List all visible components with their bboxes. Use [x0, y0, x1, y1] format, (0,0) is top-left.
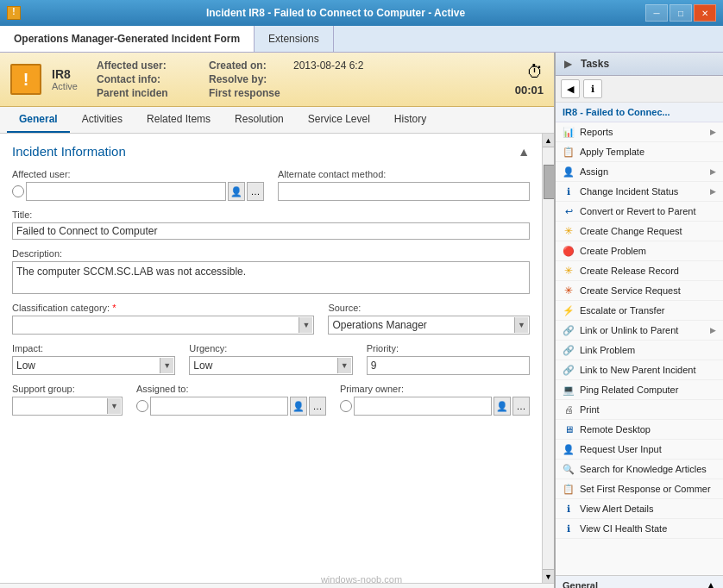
affected-user-label: Affected user: [97, 59, 174, 72]
tasks-expand-icon[interactable]: ▶ [564, 58, 572, 70]
maximize-button[interactable]: □ [670, 4, 692, 22]
title-label: Title: [12, 210, 530, 220]
section-title: Incident Information [12, 144, 126, 159]
affected-user-radio[interactable] [12, 185, 24, 197]
task-apply-template[interactable]: 📋 Apply Template [556, 142, 723, 162]
task-change-incident-status[interactable]: ℹ Change Incident Status ▶ [556, 182, 723, 202]
task-convert-revert-label: Convert or Revert to Parent [580, 206, 716, 216]
urgency-select[interactable]: Low [189, 356, 352, 375]
task-convert-revert[interactable]: ↩ Convert or Revert to Parent [556, 202, 723, 222]
incident-header: ! IR8 Active Affected user: Contact info… [0, 53, 554, 107]
created-on-label: Created on: [209, 59, 286, 72]
task-set-first-response[interactable]: 📋 Set First Response or Commer [556, 479, 723, 499]
incident-id-block: IR8 Active [52, 67, 78, 91]
close-button[interactable]: ✕ [694, 4, 716, 22]
task-change-status-label: Change Incident Status [580, 186, 705, 197]
tab-general[interactable]: General [7, 107, 70, 133]
assigned-to-radio[interactable] [136, 400, 148, 412]
tasks-toolbar-nav-button[interactable]: ◀ [561, 79, 580, 98]
tasks-toolbar-info-button[interactable]: ℹ [583, 79, 602, 98]
assigned-to-lookup-button[interactable]: 👤 [290, 397, 307, 416]
assign-icon: 👤 [563, 166, 575, 178]
create-release-record-icon: ✳ [563, 265, 575, 277]
minimize-button[interactable]: ─ [645, 4, 668, 22]
primary-owner-browse-button[interactable]: … [512, 397, 530, 416]
tasks-toolbar: ◀ ℹ [556, 76, 723, 103]
primary-owner-input-row: 👤 … [340, 397, 530, 416]
task-link-new-parent[interactable]: 🔗 Link to New Parent Incident [556, 360, 723, 380]
form-scrollbar[interactable]: ▲ ▼ [542, 134, 554, 583]
task-print-label: Print [580, 404, 716, 415]
section-collapse-button[interactable]: ▲ [518, 145, 530, 159]
task-request-user-input[interactable]: 👤 Request User Input [556, 440, 723, 460]
affected-user-input-row: 👤 … [12, 182, 264, 201]
convert-revert-icon: ↩ [563, 205, 575, 217]
task-reports-label: Reports [580, 127, 705, 137]
task-apply-template-label: Apply Template [580, 147, 716, 157]
affected-user-browse-button[interactable]: … [247, 182, 264, 201]
task-link-problem[interactable]: 🔗 Link Problem [556, 341, 723, 360]
scroll-thumb[interactable] [544, 165, 554, 199]
tasks-general-section: General ▲ 🔄 Refresh [556, 575, 723, 588]
task-view-ci-health-label: View CI Health State [580, 523, 716, 534]
primary-owner-label: Primary owner: [340, 384, 530, 394]
support-group-select[interactable] [12, 397, 123, 416]
task-remote-desktop[interactable]: 🖥 Remote Desktop [556, 420, 723, 440]
scroll-up-button[interactable]: ▲ [543, 134, 554, 147]
task-view-ci-health[interactable]: ℹ View CI Health State [556, 519, 723, 539]
tasks-general-header[interactable]: General ▲ [556, 576, 723, 588]
form-content: Incident Information ▲ Affected user: 👤 … [0, 134, 542, 583]
alternate-contact-input[interactable] [278, 182, 530, 201]
tab-resolution[interactable]: Resolution [223, 107, 296, 133]
impact-select[interactable]: Low [12, 356, 175, 375]
tab-service-level[interactable]: Service Level [296, 107, 382, 133]
task-escalate-transfer[interactable]: ⚡ Escalate or Transfer [556, 301, 723, 321]
task-reports[interactable]: 📊 Reports ▶ [556, 122, 723, 142]
task-create-service-request-label: Create Service Request [580, 285, 716, 296]
task-escalate-transfer-label: Escalate or Transfer [580, 305, 716, 316]
scroll-down-button[interactable]: ▼ [543, 569, 554, 583]
primary-owner-lookup-button[interactable]: 👤 [494, 397, 511, 416]
affected-user-group: Affected user: 👤 … [12, 169, 264, 201]
resolve-by-label: Resolve by: [209, 73, 286, 85]
create-change-request-icon: ✳ [563, 225, 575, 237]
affected-user-lookup-button[interactable]: 👤 [228, 182, 245, 201]
title-bar-icon: ! [7, 6, 26, 20]
window-controls: ─ □ ✕ [645, 4, 716, 22]
task-create-release-record[interactable]: ✳ Create Release Record [556, 261, 723, 281]
classification-select[interactable] [12, 316, 314, 335]
title-input[interactable] [12, 222, 530, 240]
task-create-problem[interactable]: 🔴 Create Problem [556, 241, 723, 261]
view-ci-health-icon: ℹ [563, 522, 575, 535]
task-create-problem-label: Create Problem [580, 246, 716, 256]
tab-activities[interactable]: Activities [70, 107, 135, 133]
task-search-knowledge[interactable]: 🔍 Search for Knowledge Articles [556, 460, 723, 479]
form-tab-operations[interactable]: Operations Manager-Generated Incident Fo… [0, 26, 255, 52]
form-tab-extensions[interactable]: Extensions [255, 26, 334, 52]
link-unlink-parent-icon: 🔗 [563, 324, 575, 336]
source-select[interactable]: Operations Manager [328, 316, 530, 335]
create-service-request-icon: ✳ [563, 285, 575, 297]
affected-user-input[interactable] [26, 182, 226, 201]
task-ping-related-label: Ping Related Computer [580, 385, 716, 395]
task-assign[interactable]: 👤 Assign ▶ [556, 162, 723, 182]
task-ping-related-computer[interactable]: 💻 Ping Related Computer [556, 380, 723, 400]
task-view-alert-details[interactable]: ℹ View Alert Details [556, 499, 723, 519]
resolve-by-row: Resolve by: [209, 73, 363, 85]
tasks-general-title: General [563, 580, 598, 588]
assigned-to-input[interactable] [150, 397, 288, 416]
request-user-input-icon: 👤 [563, 443, 575, 455]
task-create-service-request[interactable]: ✳ Create Service Request [556, 281, 723, 301]
task-create-change-request[interactable]: ✳ Create Change Request [556, 222, 723, 241]
description-textarea[interactable]: The computer SCCM.SC.LAB was not accessi… [12, 261, 530, 294]
tab-related-items[interactable]: Related Items [135, 107, 223, 133]
priority-input[interactable] [367, 356, 530, 375]
link-new-parent-icon: 🔗 [563, 364, 575, 376]
assigned-to-browse-button[interactable]: … [309, 397, 326, 416]
primary-owner-radio[interactable] [340, 400, 352, 412]
task-print[interactable]: 🖨 Print [556, 400, 723, 420]
tab-history[interactable]: History [382, 107, 438, 133]
classification-select-wrapper: ▼ [12, 316, 314, 335]
primary-owner-input[interactable] [354, 397, 492, 416]
task-link-unlink-parent[interactable]: 🔗 Link or Unlink to Parent ▶ [556, 321, 723, 341]
